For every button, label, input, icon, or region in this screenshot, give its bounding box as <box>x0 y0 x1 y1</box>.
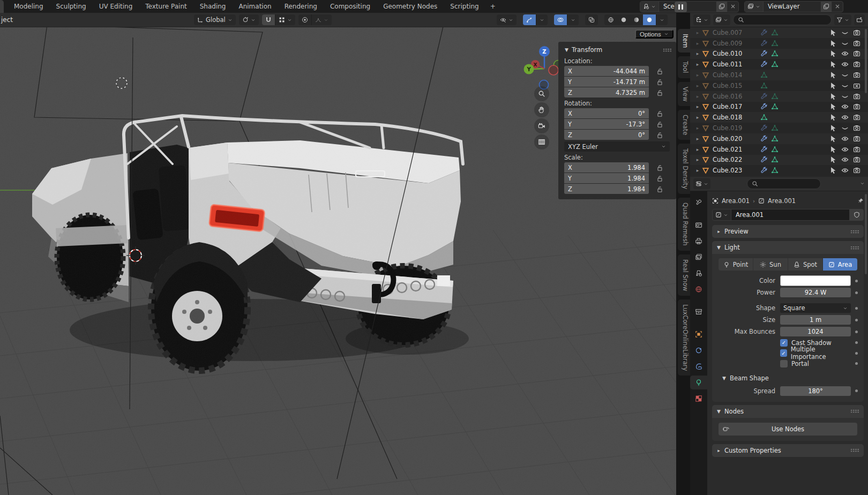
rotation-mode-dropdown[interactable]: XYZ Euler <box>564 141 670 152</box>
outliner-row[interactable]: ▸Cube.021 <box>690 144 868 155</box>
max-bounces-field[interactable]: 1024 <box>780 327 851 336</box>
viewlayer-name[interactable]: ViewLayer <box>764 3 820 10</box>
tab-compositing[interactable]: Compositing <box>324 1 376 12</box>
rotation-z-field[interactable]: Z0° <box>564 130 649 140</box>
selectable-icon[interactable] <box>829 71 837 79</box>
render-camera-icon[interactable] <box>853 156 860 163</box>
hide-eye-closed-icon[interactable] <box>841 29 849 36</box>
outliner-search-input[interactable] <box>733 14 832 25</box>
outliner-filter-id-dropdown[interactable] <box>713 14 730 25</box>
outliner-row[interactable]: ▸Cube.010 <box>690 49 868 59</box>
outliner-row[interactable]: ▸Cube.018 <box>690 112 868 123</box>
tab-view-layer[interactable] <box>690 250 707 264</box>
expand-icon[interactable]: ▸ <box>695 62 700 67</box>
selectable-icon[interactable] <box>829 40 837 47</box>
animate-decorator[interactable] <box>851 331 862 333</box>
shading-solid-button[interactable] <box>617 14 630 25</box>
sidebar-tab-luxcoreonlinelibrary[interactable]: LuxCoreOnlineLibrary <box>678 299 690 376</box>
selectable-icon[interactable] <box>829 82 837 89</box>
multiple-importance-checkbox[interactable]: ✓ <box>780 349 787 357</box>
object-name[interactable]: Cube.018 <box>713 114 754 121</box>
tab-world[interactable] <box>690 282 707 296</box>
power-field[interactable]: 92.4 W <box>780 288 851 297</box>
hide-eye-icon[interactable] <box>841 135 849 142</box>
light-type-browse-button[interactable] <box>712 209 731 221</box>
render-camera-icon[interactable] <box>853 114 860 121</box>
object-name[interactable]: Cube.020 <box>713 135 754 142</box>
sidebar-tab-quad-remesh[interactable]: Quad Remesh <box>678 198 690 250</box>
object-name[interactable]: Cube.019 <box>713 124 754 132</box>
panel-grip-handle[interactable] <box>663 48 672 52</box>
tab-object[interactable] <box>690 327 707 341</box>
sidebar-tab-item[interactable]: Item <box>678 29 690 52</box>
lock-rotation-z-icon[interactable] <box>656 130 663 140</box>
selectable-icon[interactable] <box>829 61 837 68</box>
object-name[interactable]: Cube.007 <box>713 29 754 36</box>
outliner-row[interactable]: ▸Cube.015 <box>690 80 868 91</box>
outliner-row[interactable]: ▸Cube.023 <box>690 165 868 176</box>
selectable-icon[interactable] <box>829 103 837 110</box>
expand-icon[interactable]: ▸ <box>695 51 700 56</box>
options-button[interactable]: Options <box>635 29 674 39</box>
sidebar-tab-tool[interactable]: Tool <box>678 56 690 78</box>
scene-selector[interactable]: Scene <box>640 1 739 12</box>
selectable-icon[interactable] <box>829 135 837 142</box>
panel-grip-handle[interactable] <box>850 409 859 413</box>
transform-panel-header[interactable]: ▼ Transform <box>564 44 672 55</box>
expand-icon[interactable]: ▸ <box>695 136 700 141</box>
hide-eye-closed-icon[interactable] <box>841 93 849 100</box>
proportional-edit-toggle[interactable] <box>298 14 311 25</box>
outliner-row[interactable]: ▸Cube.017 <box>690 102 868 112</box>
outliner-row[interactable]: ▸Cube.011 <box>690 59 868 70</box>
selectable-icon[interactable] <box>829 114 837 121</box>
tab-scene[interactable] <box>690 266 707 280</box>
panel-grip-handle[interactable] <box>850 230 859 234</box>
expand-icon[interactable]: ▸ <box>695 30 700 35</box>
viewlayer-selector[interactable]: ViewLayer <box>744 1 843 12</box>
light-type-spot[interactable]: Spot <box>788 258 822 271</box>
object-name[interactable]: Cube.015 <box>713 82 754 89</box>
render-pause-button[interactable] <box>675 2 687 12</box>
render-camera-icon[interactable] <box>853 124 860 132</box>
light-color-swatch[interactable] <box>780 275 851 286</box>
lock-scale-y-icon[interactable] <box>656 173 663 183</box>
outliner-row[interactable]: ▸Cube.016 <box>690 91 868 102</box>
expand-icon[interactable]: ▸ <box>695 147 700 152</box>
animate-decorator[interactable] <box>851 362 862 365</box>
tab-scripting[interactable]: Scripting <box>444 1 484 12</box>
xray-toggle[interactable] <box>585 14 598 25</box>
light-type-area[interactable]: Area <box>823 258 857 271</box>
tab-output[interactable] <box>690 234 707 248</box>
shape-dropdown[interactable]: Square <box>780 303 851 313</box>
tab-sculpting[interactable]: Sculpting <box>50 1 92 12</box>
panel-grip-handle[interactable] <box>850 246 859 250</box>
hide-eye-closed-icon[interactable] <box>841 124 849 132</box>
scale-x-field[interactable]: X1.984 <box>564 162 649 172</box>
animate-decorator[interactable] <box>851 389 862 392</box>
zoom-button[interactable] <box>534 86 549 101</box>
beam-shape-subpanel-header[interactable]: ▼Beam Shape <box>717 372 862 384</box>
tab-physics[interactable] <box>690 359 707 373</box>
animate-decorator[interactable] <box>851 291 862 294</box>
object-name[interactable]: Cube.010 <box>713 50 754 57</box>
animate-decorator[interactable] <box>851 307 862 310</box>
outliner-row[interactable]: ▸Cube.014 <box>690 70 868 80</box>
selectable-icon[interactable] <box>829 124 837 132</box>
sidebar-tab-real-snow[interactable]: Real Snow <box>678 254 690 296</box>
new-viewlayer-button[interactable] <box>820 2 832 12</box>
selectable-icon[interactable] <box>829 50 837 57</box>
tab-uv-editing[interactable]: UV Editing <box>93 1 139 12</box>
pin-icon[interactable] <box>857 198 864 204</box>
lock-location-z-icon[interactable] <box>656 87 663 98</box>
shading-material-button[interactable] <box>630 14 643 25</box>
animate-decorator[interactable] <box>851 341 862 344</box>
scene-name[interactable]: Scene <box>659 3 716 10</box>
light-type-sun[interactable]: Sun <box>753 258 788 271</box>
expand-icon[interactable]: ▸ <box>695 94 700 99</box>
shading-dropdown[interactable] <box>656 14 668 25</box>
animate-decorator[interactable] <box>851 319 862 321</box>
datablock-name-field[interactable]: Area.001 <box>731 209 850 221</box>
location-y-field[interactable]: Y-14.717 m <box>564 77 649 87</box>
expand-icon[interactable]: ▸ <box>695 41 700 46</box>
falloff-dropdown[interactable] <box>312 14 332 25</box>
